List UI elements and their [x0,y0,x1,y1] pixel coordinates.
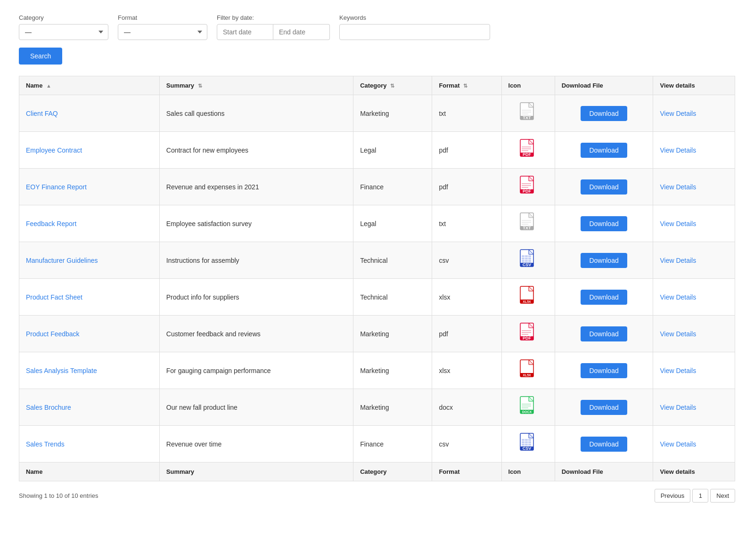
cell-format: csv [432,242,501,279]
cell-name: Sales Analysis Template [19,352,160,389]
footer-col-summary: Summary [159,463,353,481]
cell-name: Manufacturer Guidelines [19,242,160,279]
svg-rect-31 [525,255,528,257]
svg-rect-71 [522,441,525,443]
view-details-link[interactable]: View Details [660,440,696,448]
cell-view: View Details [653,316,735,352]
table-footer-row: Name Summary Category Format Icon Downlo… [19,463,735,481]
col-name[interactable]: Name ▲ [19,76,160,95]
name-link[interactable]: Sales Brochure [26,404,71,411]
format-select[interactable]: — [118,24,207,40]
table-row: Sales Analysis Template For gauging camp… [19,352,735,389]
keywords-input[interactable] [339,24,490,40]
svg-rect-73 [528,441,531,443]
name-link[interactable]: Product Feedback [26,330,80,338]
next-button[interactable]: Next [710,489,735,503]
footer-col-view: View details [653,463,735,481]
download-button[interactable]: Download [581,216,627,231]
sort-icon-summary: ⇅ [198,83,202,89]
svg-rect-74 [522,444,525,446]
download-button[interactable]: Download [581,363,627,378]
table-row: Feedback Report Employee satisfaction su… [19,205,735,242]
cell-download: Download [555,169,653,205]
cell-download: Download [555,132,653,169]
cell-category: Technical [353,242,432,279]
view-details-link[interactable]: View Details [660,257,696,264]
table-row: Manufacturer Guidelines Instructions for… [19,242,735,279]
name-link[interactable]: Product Fact Sheet [26,293,82,301]
download-button[interactable]: Download [581,437,627,452]
cell-view: View Details [653,426,735,463]
svg-text:CSV: CSV [522,262,531,267]
cell-icon: DOCX [501,389,555,426]
svg-rect-68 [522,439,525,441]
download-button[interactable]: Download [581,290,627,305]
view-details-link[interactable]: View Details [660,293,696,301]
cell-download: Download [555,279,653,316]
col-icon: Icon [501,76,555,95]
view-details-link[interactable]: View Details [660,110,696,117]
view-details-link[interactable]: View Details [660,183,696,191]
view-details-link[interactable]: View Details [660,220,696,227]
download-button[interactable]: Download [581,179,627,195]
download-button[interactable]: Download [581,143,627,158]
svg-rect-30 [522,255,525,257]
col-view: View details [653,76,735,95]
cell-name: Client FAQ [19,95,160,132]
cell-category: Marketing [353,352,432,389]
cell-view: View Details [653,242,735,279]
cell-icon: XL5X [501,352,555,389]
download-button[interactable]: Download [581,400,627,415]
table-row: Product Fact Sheet Product info for supp… [19,279,735,316]
name-link[interactable]: Employee Contract [26,146,82,154]
col-summary[interactable]: Summary ⇅ [159,76,353,95]
name-link[interactable]: Client FAQ [26,110,58,117]
name-link[interactable]: Sales Analysis Template [26,367,97,374]
cell-view: View Details [653,352,735,389]
col-category[interactable]: Category ⇅ [353,76,432,95]
view-details-link[interactable]: View Details [660,404,696,411]
name-link[interactable]: Feedback Report [26,220,76,227]
documents-table: Name ▲ Summary ⇅ Category ⇅ Format ⇅ Ico… [19,76,735,481]
svg-rect-33 [522,258,525,260]
view-details-link[interactable]: View Details [660,146,696,154]
name-link[interactable]: Manufacturer Guidelines [26,257,98,264]
view-details-link[interactable]: View Details [660,367,696,374]
cell-view: View Details [653,279,735,316]
download-button[interactable]: Download [581,253,627,268]
svg-text:PDF: PDF [523,189,532,194]
cell-format: txt [432,95,501,132]
cell-icon: XL5X [501,279,555,316]
category-select[interactable]: — [19,24,108,40]
svg-rect-75 [525,444,528,446]
table-row: Product Feedback Customer feedback and r… [19,316,735,352]
previous-button[interactable]: Previous [655,489,691,503]
category-filter-group: Category — [19,14,108,40]
svg-rect-37 [525,260,528,262]
cell-format: pdf [432,132,501,169]
cell-download: Download [555,316,653,352]
cell-summary: Employee satisfaction survey [159,205,353,242]
footer-col-format: Format [432,463,501,481]
sort-icon-category: ⇅ [390,83,394,89]
table-row: Sales Trends Revenue over time Finance c… [19,426,735,463]
date-range [217,24,330,40]
view-details-link[interactable]: View Details [660,330,696,338]
cell-name: Sales Brochure [19,389,160,426]
name-link[interactable]: EOY Finance Report [26,183,87,191]
svg-text:TXT: TXT [523,115,531,120]
cell-summary: Customer feedback and reviews [159,316,353,352]
end-date-input[interactable] [273,24,330,40]
download-button[interactable]: Download [581,106,627,121]
col-format[interactable]: Format ⇅ [432,76,501,95]
cell-view: View Details [653,95,735,132]
cell-category: Technical [353,279,432,316]
download-button[interactable]: Download [581,326,627,341]
cell-summary: Our new fall product line [159,389,353,426]
cell-download: Download [555,242,653,279]
search-button[interactable]: Search [19,48,62,65]
name-link[interactable]: Sales Trends [26,440,65,448]
cell-view: View Details [653,205,735,242]
start-date-input[interactable] [217,24,273,40]
cell-name: EOY Finance Report [19,169,160,205]
